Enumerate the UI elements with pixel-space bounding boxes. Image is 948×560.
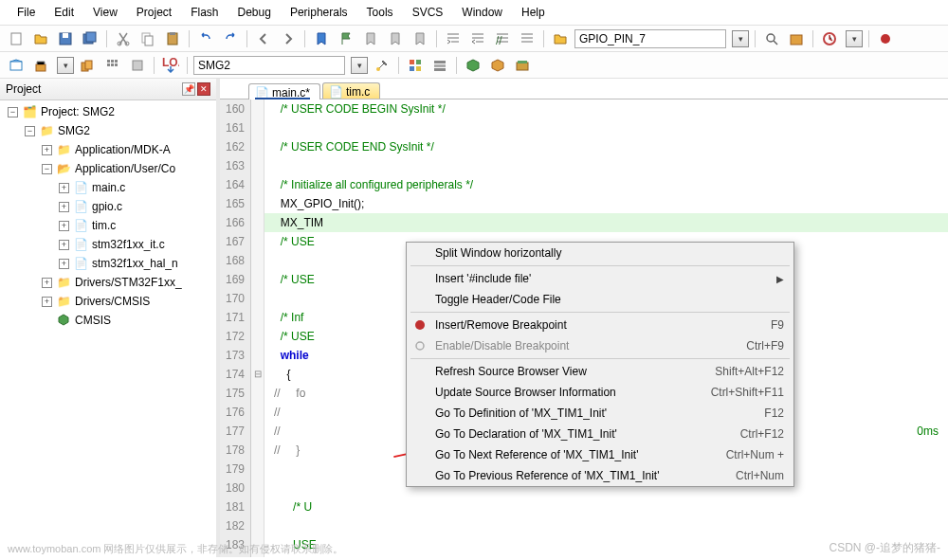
watermark-left: www.toymoban.com 网络图片仅供展示，非存储。如有侵权请联系删除。 [8,542,343,556]
tree-file[interactable]: +📄stm32f1xx_hal_n [4,254,212,273]
svg-rect-25 [115,63,118,66]
tree-target[interactable]: −📁SMG2 [4,121,212,140]
target-combo[interactable]: SMG2 [193,56,345,75]
comment-icon[interactable]: // [492,28,513,49]
project-panel: Project 📌 ✕ −🗂️Project: SMG2 −📁SMG2 +📁Ap… [0,79,220,557]
tab-tim-c[interactable]: 📄 tim.c [322,82,380,99]
ctx-item[interactable]: Update Source Browser InformationCtrl+Sh… [407,382,793,403]
rebuild-icon[interactable] [78,55,99,76]
ctx-item[interactable]: Go To Declaration of 'MX_TIM1_Init'Ctrl+… [407,424,793,444]
file-ext-icon[interactable] [429,55,450,76]
target-combo-arrow[interactable]: ▾ [351,57,368,74]
ctx-item[interactable]: Go To Definition of 'MX_TIM1_Init'F12 [407,403,793,424]
ctx-item[interactable]: Go To Next Reference of 'MX_TIM1_Init'Ct… [407,444,793,465]
find-combo[interactable]: GPIO_PIN_7 [574,29,726,48]
rte-icon[interactable] [487,55,508,76]
record-icon[interactable] [875,28,896,49]
save-icon[interactable] [55,28,76,49]
menu-help[interactable]: Help [512,2,555,23]
tree-file[interactable]: +📄main.c [4,178,212,197]
panel-pin-icon[interactable]: 📌 [182,82,195,96]
pkg-icon[interactable] [786,28,807,49]
menu-peripherals[interactable]: Peripherals [281,2,357,23]
bookmark-icon[interactable] [311,28,332,49]
cut-icon[interactable] [113,28,134,49]
manage-icon[interactable] [405,55,426,76]
tree-group[interactable]: −📂Application/User/Co [4,159,212,178]
stop-build-icon[interactable] [127,55,148,76]
translate-icon[interactable] [6,55,27,76]
tab-main-c[interactable]: 📄 main.c* [248,83,320,99]
tree-file[interactable]: +📄tim.c [4,216,212,235]
build-icon[interactable] [30,55,51,76]
clear-bookmark-icon[interactable] [410,28,430,49]
ctx-item[interactable]: Insert/Remove BreakpointF9 [407,315,793,335]
svg-rect-34 [434,64,446,67]
svg-rect-33 [434,61,446,63]
folder-icon: 📁 [56,294,71,309]
build-arrow[interactable]: ▾ [57,57,74,74]
open-icon[interactable] [30,28,51,49]
ctx-item[interactable]: Go To Previous Reference of 'MX_TIM1_Ini… [407,465,793,486]
tree-group[interactable]: +📁Drivers/STM32F1xx_ [4,273,212,292]
workspace-icon: 🗂️ [22,104,37,119]
book-stack-icon[interactable] [512,55,533,76]
menu-flash[interactable]: Flash [181,2,228,23]
menu-edit[interactable]: Edit [45,2,83,23]
project-tree[interactable]: −🗂️Project: SMG2 −📁SMG2 +📁Application/MD… [0,100,216,332]
cfile-icon: 📄 [73,237,88,252]
new-file-icon[interactable] [6,28,27,49]
menu-tools[interactable]: Tools [357,2,403,23]
menu-svcs[interactable]: SVCS [403,2,453,23]
tree-root[interactable]: −🗂️Project: SMG2 [4,102,212,121]
tree-file[interactable]: +📄gpio.c [4,197,212,216]
uncomment-icon[interactable] [517,28,538,49]
component-icon [56,313,71,328]
outdent-icon[interactable] [467,28,488,49]
redo-icon[interactable] [220,28,241,49]
file-icon: 📄 [329,85,342,99]
svg-rect-21 [111,60,114,63]
project-panel-header: Project 📌 ✕ [0,79,216,100]
svg-rect-22 [115,60,118,63]
ctx-item[interactable]: Split Window horizontally [407,243,793,263]
load-folder-icon[interactable] [550,28,571,49]
menu-window[interactable]: Window [452,2,512,23]
prev-bookmark-icon[interactable] [360,28,381,49]
pack-icon[interactable] [463,55,483,76]
paste-icon[interactable] [162,28,183,49]
debug-icon[interactable] [819,28,840,49]
menu-project[interactable]: Project [127,2,181,23]
ctx-item[interactable]: Refresh Source Browser ViewShift+Alt+F12 [407,361,793,382]
indent-icon[interactable] [443,28,464,49]
debug-arrow-icon[interactable]: ▾ [846,30,863,47]
options-icon[interactable] [372,55,392,76]
flag-icon[interactable] [336,28,356,49]
nav-back-icon[interactable] [253,28,274,49]
tree-group[interactable]: +📁Drivers/CMSIS [4,292,212,311]
svg-rect-36 [517,63,528,70]
save-all-icon[interactable] [80,28,100,49]
folder-open-icon: 📂 [56,161,71,176]
panel-close-icon[interactable]: ✕ [197,82,210,96]
download-icon[interactable]: LOAD [160,55,181,76]
nav-fwd-icon[interactable] [278,28,299,49]
menu-view[interactable]: View [83,2,127,23]
copy-icon[interactable] [137,28,158,49]
ctx-item[interactable]: Insert '#include file'▶ [407,268,793,289]
tree-file[interactable]: +📄stm32f1xx_it.c [4,235,212,254]
menu-file[interactable]: File [8,2,45,23]
next-bookmark-icon[interactable] [385,28,406,49]
find-combo-arrow[interactable]: ▾ [732,30,749,47]
tree-cmsis[interactable]: CMSIS [4,311,212,330]
context-menu: Split Window horizontallyInsert '#includ… [406,242,794,487]
batch-build-icon[interactable] [102,55,123,76]
svg-rect-2 [63,33,68,38]
svg-rect-29 [410,60,414,64]
ctx-item[interactable]: Toggle Header/Code File [407,289,793,310]
undo-icon[interactable] [195,28,216,49]
fold-gutter[interactable]: ⊟ [251,99,264,557]
menu-debug[interactable]: Debug [228,2,281,23]
tree-group[interactable]: +📁Application/MDK-A [4,140,212,159]
find-icon[interactable] [761,28,782,49]
